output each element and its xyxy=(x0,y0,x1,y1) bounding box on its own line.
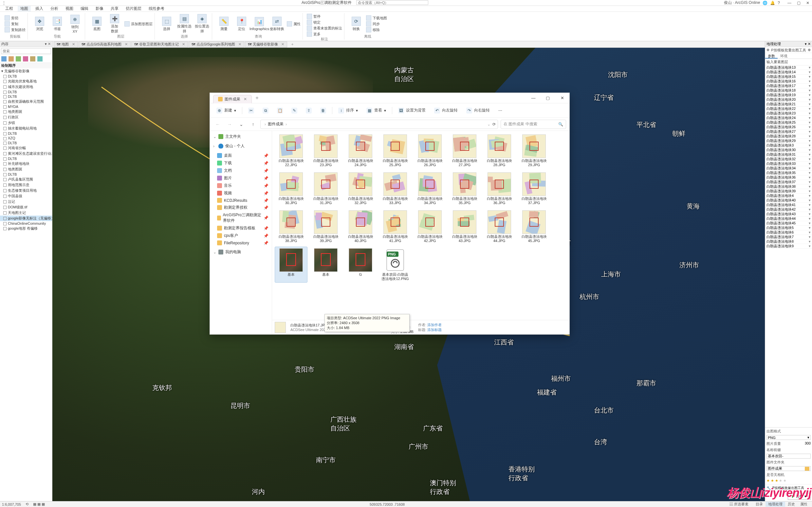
layer-item[interactable]: 补充耕地地块 xyxy=(0,161,52,167)
file-item[interactable]: 白朗县违法地块42.JPG xyxy=(413,209,446,245)
sidebar-desktop[interactable]: 桌面📌 xyxy=(211,152,270,159)
dropdown-icon[interactable]: ▾ xyxy=(809,184,811,189)
dropdown-icon[interactable]: ▾ xyxy=(809,111,811,115)
file-item[interactable]: 白朗县违法地块30.JPG xyxy=(275,171,307,207)
sidebar-music[interactable]: 音乐📌 xyxy=(211,182,270,189)
back-icon[interactable]: ⊕ xyxy=(766,48,769,52)
sidebar-folder[interactable]: 勘测定界报告模板📌 xyxy=(211,224,270,232)
file-item[interactable]: 白朗县违法地块24.JPG xyxy=(344,133,377,169)
sidebar-home[interactable]: ⌄主文件夹 xyxy=(211,133,270,140)
layer-item[interactable]: 生态修复项目用地 xyxy=(0,188,52,193)
layer-item[interactable]: 自然资源确权单元范围 xyxy=(0,99,52,104)
sidebar-folder[interactable]: ArcGISPro三调勘测定界软件📌 xyxy=(211,211,270,224)
earth-icon[interactable]: 🌐 xyxy=(763,1,767,5)
ribbon-暂停[interactable]: 暂停 xyxy=(307,14,342,19)
close-tab-icon[interactable]: ✕ xyxy=(281,42,284,47)
dropdown-icon[interactable]: ▾ xyxy=(809,65,811,70)
layer-item[interactable]: google地形 有偏移 xyxy=(0,226,52,231)
file-item[interactable]: 白朗县违法地块39.JPG xyxy=(309,209,342,245)
rename-button[interactable]: ✎ xyxy=(289,106,300,115)
catalog-tool-link[interactable]: P按模板批量出图工具 xyxy=(772,486,804,490)
gp-layer-item[interactable]: 白朗县违法地块34▾ xyxy=(765,166,812,171)
gp-layer-item[interactable]: 白朗县违法地块6▾ xyxy=(765,230,812,235)
gp-layer-item[interactable]: 白朗县违法地块4▾ xyxy=(765,193,812,198)
menu-视图[interactable]: 视图 xyxy=(63,6,76,11)
ribbon-复制[interactable]: 复制 xyxy=(5,21,26,26)
layer-checkbox[interactable] xyxy=(3,100,7,103)
dropdown-icon[interactable]: ▾ xyxy=(809,139,811,143)
gp-layer-item[interactable]: 白朗县违法地块21▾ xyxy=(765,102,812,107)
gp-layer-item[interactable]: 白朗县违法地块33▾ xyxy=(765,162,812,166)
layer-checkbox[interactable] xyxy=(3,194,7,198)
dropdown-icon[interactable]: ▾ xyxy=(809,120,811,125)
file-item[interactable]: 白朗县违法地块27.JPG xyxy=(448,133,481,169)
file-item[interactable]: 白朗县违法地块45.JPG xyxy=(518,209,550,245)
ribbon-书签[interactable]: 📑书签 xyxy=(49,17,65,32)
sidebar-pc[interactable]: ⌄我的电脑 xyxy=(211,248,270,256)
layer-checkbox[interactable] xyxy=(3,222,7,225)
dropdown-icon[interactable]: ▾ xyxy=(809,207,811,212)
ribbon-属性[interactable]: 属性 xyxy=(287,21,301,26)
list-by-labeling-icon[interactable] xyxy=(37,56,43,61)
dropdown-icon[interactable]: ▾ xyxy=(809,198,811,203)
layer-checkbox[interactable] xyxy=(3,189,7,192)
rotate-right-button[interactable]: ↷向右旋转 xyxy=(464,106,493,115)
sidebar-pictures[interactable]: 图片📌 xyxy=(211,174,270,182)
gp-layer-item[interactable]: 白朗县违法地块28▾ xyxy=(765,134,812,139)
layer-checkbox[interactable] xyxy=(3,121,7,125)
sidebar-documents[interactable]: 文档📌 xyxy=(211,167,270,174)
gp-layer-item[interactable]: 白朗县违法地块39▾ xyxy=(765,189,812,193)
file-item[interactable]: 白朗县违法地块40.JPG xyxy=(344,209,377,245)
layer-item[interactable]: DLTB xyxy=(0,94,52,99)
close-tab-icon[interactable]: ✕ xyxy=(238,42,241,47)
command-search[interactable] xyxy=(356,0,428,5)
gp-layer-item[interactable]: 白朗县违法地块8▾ xyxy=(765,239,812,244)
sort-button[interactable]: ↕排序 ▾ xyxy=(336,106,360,115)
gp-layer-item[interactable]: 白朗县违法地块13▾ xyxy=(765,65,812,70)
rotate-left-button[interactable]: ↶向左旋转 xyxy=(432,106,460,115)
gp-layer-item[interactable]: 白朗县违法地块19▾ xyxy=(765,93,812,98)
menu-切片图层[interactable]: 切片图层 xyxy=(123,6,144,11)
set-bg-button[interactable]: 🖼设置为背景 xyxy=(396,106,428,115)
gp-layer-item[interactable]: 白朗县违法地块27▾ xyxy=(765,129,812,134)
layer-item[interactable]: google影像无标注（无偏移） xyxy=(0,216,52,221)
layer-checkbox[interactable] xyxy=(3,147,7,150)
gp-layer-item[interactable]: 白朗县违法地块22▾ xyxy=(765,107,812,111)
file-item[interactable]: 白朗县违法地块43.JPG xyxy=(448,209,481,245)
rotate-icon[interactable]: ⟲ xyxy=(26,502,29,506)
explorer-maximize[interactable]: ▢ xyxy=(541,93,555,103)
layer-item[interactable]: 城市次建设用地 xyxy=(0,84,52,90)
list-by-selection-icon[interactable] xyxy=(16,56,21,61)
layer-item[interactable]: 注记 xyxy=(0,199,52,205)
help-icon[interactable]: ? xyxy=(778,1,780,5)
sidebar-folder[interactable]: cpu客户📌 xyxy=(211,232,270,239)
dropdown-icon[interactable]: ▾ xyxy=(809,153,811,157)
explorer-close[interactable]: ✕ xyxy=(555,93,569,103)
gp-layer-item[interactable]: 白朗县违法地块40▾ xyxy=(765,198,812,203)
copy-button[interactable]: ⧉ xyxy=(260,106,271,115)
file-item[interactable]: 白朗县违法地块41.JPG xyxy=(379,209,412,245)
maximize-button[interactable]: ▢ xyxy=(796,1,801,5)
layer-checkbox[interactable] xyxy=(3,142,7,145)
dropdown-icon[interactable]: ▾ xyxy=(809,102,811,106)
menu-插入[interactable]: 插入 xyxy=(33,6,46,11)
layer-checkbox[interactable] xyxy=(3,152,7,155)
layer-checkbox[interactable] xyxy=(3,75,7,78)
map-tab[interactable]: 🗺无偏移谷歌影像✕ xyxy=(245,42,287,47)
dropdown-icon[interactable]: ▾ xyxy=(805,494,806,499)
gp-layer-item[interactable]: 白朗县违法地块38▾ xyxy=(765,184,812,189)
list-by-snapping-icon[interactable] xyxy=(30,56,35,61)
status-tab-目录[interactable]: 目录 xyxy=(753,502,765,507)
gp-layer-item[interactable]: 白朗县违法地块20▾ xyxy=(765,98,812,102)
layer-checkbox[interactable] xyxy=(3,127,7,130)
share-button[interactable]: ⇪ xyxy=(303,106,314,115)
file-item[interactable]: 白朗县违法地块23.JPG xyxy=(309,133,342,169)
menu-影像[interactable]: 影像 xyxy=(93,6,106,11)
panel-close-icon[interactable]: ✕ xyxy=(808,42,811,46)
map-tab[interactable]: 🗺点点GISgoogle系列地图✕ xyxy=(189,42,244,47)
layer-checkbox[interactable] xyxy=(3,157,7,161)
menu-共享[interactable]: 共享 xyxy=(108,6,121,11)
file-item[interactable]: 白朗县违法地块34.JPG xyxy=(413,171,446,207)
layer-item[interactable]: 行政区 xyxy=(0,114,52,120)
menu-编辑[interactable]: 编辑 xyxy=(78,6,91,11)
